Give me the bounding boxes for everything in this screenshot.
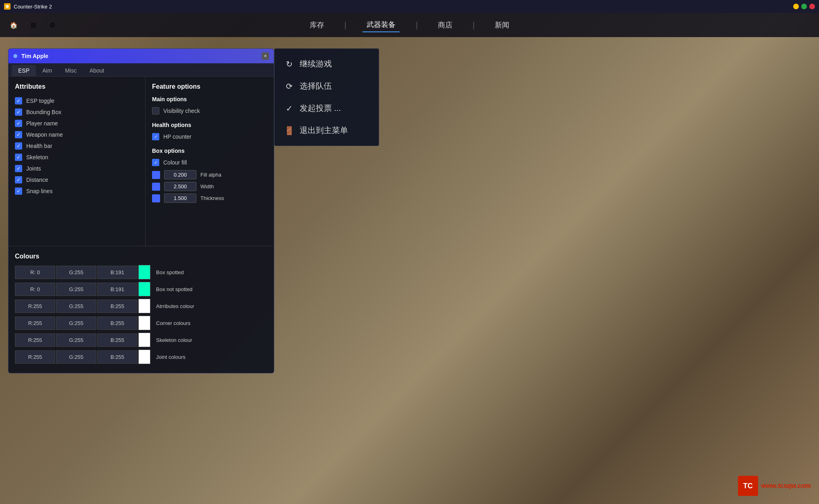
panel-close-button[interactable]: × <box>262 52 269 60</box>
maximize-button[interactable] <box>801 4 807 9</box>
colour-g-1[interactable]: G:255 <box>56 283 96 296</box>
home-icon[interactable]: 🏠 <box>8 19 19 31</box>
colour-swatch-0[interactable] <box>138 265 150 279</box>
nav-shop[interactable]: 商店 <box>434 18 456 32</box>
checkbox-colour-fill: ✓ <box>152 159 159 166</box>
attr-snap-lines[interactable]: ✓ Snap lines <box>15 185 139 197</box>
colour-row-5[interactable]: R:255 G:255 B:255 Joint colours <box>15 350 267 364</box>
panel-body: Attributes ✓ ESP toggle ✓ Bounding Box ✓… <box>8 77 274 246</box>
fill-alpha-value[interactable]: 0.200 <box>164 170 196 179</box>
fill-alpha-swatch[interactable] <box>152 171 160 179</box>
attr-weapon-name[interactable]: ✓ Weapon name <box>15 129 139 140</box>
menu-continue[interactable]: ↻ 继续游戏 <box>275 53 379 75</box>
colour-r-2[interactable]: R:255 <box>15 300 55 313</box>
colour-swatch-2[interactable] <box>138 299 150 313</box>
colour-g-0[interactable]: G:255 <box>56 266 96 279</box>
colour-row-3[interactable]: R:255 G:255 B:255 Corner colours <box>15 316 267 330</box>
menu-select-team[interactable]: ⟳ 选择队伍 <box>275 75 379 97</box>
attr-bounding-box[interactable]: ✓ Bounding Box <box>15 106 139 118</box>
visibility-check-label: Visibility check <box>163 108 200 114</box>
thickness-label: Thickness <box>200 195 224 201</box>
tab-misc[interactable]: Misc <box>58 65 83 76</box>
svg-point-0 <box>6 5 9 8</box>
attr-snap-lines-label: Snap lines <box>26 188 52 194</box>
colour-g-4[interactable]: G:255 <box>56 333 96 347</box>
colour-b-1[interactable]: B:191 <box>97 283 138 296</box>
colour-b-5[interactable]: B:255 <box>97 350 138 364</box>
colour-label-1: Box not spotted <box>151 286 197 292</box>
grid-icon[interactable]: ⊞ <box>27 19 39 31</box>
attr-joints[interactable]: ✓ Joints <box>15 163 139 174</box>
nav-news[interactable]: 新闻 <box>491 18 513 32</box>
colour-b-0[interactable]: B:191 <box>97 266 138 279</box>
checkbox-esp-toggle: ✓ <box>15 97 22 104</box>
colour-r-0[interactable]: R: 0 <box>15 266 55 279</box>
box-options-title: Box options <box>152 148 267 154</box>
tab-aim[interactable]: Aim <box>36 65 58 76</box>
team-icon: ⟳ <box>284 81 294 91</box>
minimize-button[interactable] <box>793 4 799 9</box>
menu-continue-label: 继续游戏 <box>300 58 332 69</box>
attr-skeleton[interactable]: ✓ Skeleton <box>15 152 139 163</box>
colour-b-4[interactable]: B:255 <box>97 333 138 347</box>
visibility-check-row[interactable]: Visibility check <box>152 106 267 116</box>
menu-exit[interactable]: 🚪 退出到主菜单 <box>275 119 379 142</box>
attr-esp-toggle[interactable]: ✓ ESP toggle <box>15 95 139 106</box>
colour-r-4[interactable]: R:255 <box>15 333 55 347</box>
colour-g-3[interactable]: G:255 <box>56 317 96 330</box>
hp-counter-row[interactable]: ✓ HP counter <box>152 131 267 142</box>
nav-weapons[interactable]: 武器装备 <box>363 18 400 32</box>
colour-row-1[interactable]: R: 0 G:255 B:191 Box not spotted <box>15 282 267 296</box>
menu-vote[interactable]: ✓ 发起投票 ... <box>275 97 379 119</box>
attr-distance[interactable]: ✓ Distance <box>15 174 139 185</box>
close-app-button[interactable] <box>809 4 815 9</box>
colour-row-0[interactable]: R: 0 G:255 B:191 Box spotted <box>15 265 267 279</box>
colours-section: Colours R: 0 G:255 B:191 Box spotted R: … <box>8 246 274 373</box>
colour-r-5[interactable]: R:255 <box>15 350 55 364</box>
colour-label-2: Atrributes colour <box>151 303 199 309</box>
colour-b-3[interactable]: B:255 <box>97 317 138 330</box>
menu-vote-label: 发起投票 ... <box>300 103 341 114</box>
attr-health-bar-label: Health bar <box>26 143 52 149</box>
attr-player-name-label: Player name <box>26 120 58 127</box>
tab-about[interactable]: About <box>83 65 111 76</box>
colour-g-2[interactable]: G:255 <box>56 300 96 313</box>
width-swatch[interactable] <box>152 183 160 191</box>
width-value[interactable]: 2.500 <box>164 182 196 191</box>
watermark-logo: TC <box>738 476 758 496</box>
colour-swatch-5[interactable] <box>138 350 150 364</box>
width-label: Width <box>200 183 214 190</box>
colour-fill-row[interactable]: ✓ Colour fill <box>152 157 267 168</box>
checkbox-joints: ✓ <box>15 165 22 172</box>
colour-swatch-1[interactable] <box>138 282 150 296</box>
title-bar-text: Counter-Strike 2 <box>14 4 52 10</box>
thickness-swatch[interactable] <box>152 194 160 202</box>
colour-r-1[interactable]: R: 0 <box>15 283 55 296</box>
checkbox-health-bar: ✓ <box>15 142 22 150</box>
tab-esp[interactable]: ESP <box>12 65 36 76</box>
colour-b-2[interactable]: B:255 <box>97 300 138 313</box>
thickness-value[interactable]: 1.500 <box>164 194 196 203</box>
fill-alpha-label: Fill alpha <box>200 172 221 178</box>
continue-icon: ↻ <box>284 59 294 69</box>
colour-swatch-4[interactable] <box>138 333 150 347</box>
colour-label-5: Joint colours <box>151 354 190 360</box>
colour-row-4[interactable]: R:255 G:255 B:255 Skeleton colour <box>15 333 267 347</box>
attr-esp-toggle-label: ESP toggle <box>26 98 54 104</box>
settings-icon[interactable]: ⚙ <box>47 19 58 31</box>
attr-health-bar[interactable]: ✓ Health bar <box>15 140 139 152</box>
colour-row-2[interactable]: R:255 G:255 B:255 Atrributes colour <box>15 299 267 313</box>
checkbox-hp-counter: ✓ <box>152 133 159 140</box>
panel-titlebar: Tim Apple × <box>8 49 274 63</box>
colour-g-5[interactable]: G:255 <box>56 350 96 364</box>
attr-player-name[interactable]: ✓ Player name <box>15 118 139 129</box>
panel-tabs: ESP Aim Misc About <box>8 63 274 77</box>
game-menu: ↻ 继续游戏 ⟳ 选择队伍 ✓ 发起投票 ... 🚪 退出到主菜单 <box>274 48 379 146</box>
top-nav: 🏠 ⊞ ⚙ 库存 | 武器装备 | 商店 | 新闻 <box>0 13 819 37</box>
colour-r-3[interactable]: R:255 <box>15 317 55 330</box>
checkbox-bounding-box: ✓ <box>15 108 22 116</box>
hp-counter-label: HP counter <box>163 133 192 140</box>
nav-icons: 🏠 ⊞ ⚙ <box>8 19 58 31</box>
colour-swatch-3[interactable] <box>138 316 150 330</box>
nav-inventory[interactable]: 库存 <box>306 18 328 32</box>
